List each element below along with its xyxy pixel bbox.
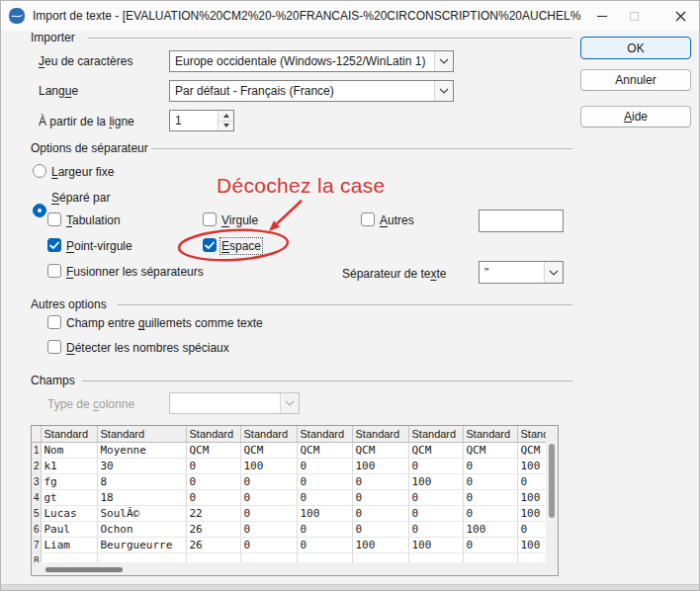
table-row[interactable]: 4gt18000000100 xyxy=(32,489,546,505)
other-separator-input[interactable] xyxy=(479,210,564,232)
vertical-scrollbar-thumb[interactable] xyxy=(549,444,555,518)
quoted-as-text-checkbox[interactable] xyxy=(47,315,61,329)
language-label: Langue xyxy=(39,84,78,98)
vertical-scrollbar[interactable] xyxy=(546,426,558,563)
fields-group-line xyxy=(82,380,572,381)
ok-button[interactable]: OK xyxy=(580,37,691,59)
other-checkbox[interactable] xyxy=(361,212,375,226)
column-type-select xyxy=(169,392,300,414)
detect-special-label[interactable]: Détecter les nombres spéciaux xyxy=(66,341,229,355)
window-bottom-edge xyxy=(1,584,700,591)
separated-by-label[interactable]: Séparé par xyxy=(51,191,110,205)
from-row-stepper[interactable]: 1 xyxy=(169,110,234,131)
column-type-label: Type de colonne xyxy=(47,397,134,411)
table-row[interactable]: 3fg8000010000 xyxy=(32,473,546,489)
separator-group-line xyxy=(151,148,572,149)
chevron-down-icon[interactable] xyxy=(434,51,453,71)
separator-options-legend: Options de séparateur xyxy=(31,141,148,155)
close-icon[interactable] xyxy=(659,1,700,31)
table-row[interactable]: 8 xyxy=(32,552,546,562)
tab-label[interactable]: Tabulation xyxy=(66,213,121,227)
charset-label: Jeu de caractères xyxy=(39,54,132,68)
import-text-dialog: Import de texte - [EVALUATION%20CM2%20-%… xyxy=(0,0,700,591)
fields-legend: Champs xyxy=(31,374,75,387)
fixed-width-label[interactable]: Largeur fixe xyxy=(51,165,114,179)
merge-separators-checkbox[interactable] xyxy=(47,264,61,278)
comma-checkbox[interactable] xyxy=(203,212,217,226)
table-row[interactable]: 2k1300100010000100 xyxy=(32,458,546,473)
importer-group-line xyxy=(88,38,572,39)
cancel-button[interactable]: Annuler xyxy=(580,69,691,91)
table-row[interactable]: 1NomMoyenneQCMQCMQCMQCMQCMQCMQCM xyxy=(32,442,546,458)
quoted-as-text-label[interactable]: Champ entre guillemets comme texte xyxy=(66,316,263,330)
horizontal-scrollbar[interactable] xyxy=(32,563,546,575)
merge-separators-label[interactable]: Fusionner les séparateurs xyxy=(66,265,204,279)
semicolon-label[interactable]: Point-virgule xyxy=(66,239,132,253)
other-options-group-line xyxy=(118,304,572,305)
window-title: Import de texte - [EVALUATION%20CM2%20-%… xyxy=(33,9,581,23)
spin-down-icon[interactable] xyxy=(219,122,233,131)
detect-special-checkbox[interactable] xyxy=(47,340,61,354)
space-checkbox[interactable] xyxy=(203,238,217,252)
other-label[interactable]: Autres xyxy=(380,213,414,227)
chevron-down-icon xyxy=(280,393,299,413)
language-select[interactable]: Par défaut - Français (France) xyxy=(169,80,454,102)
comma-label[interactable]: Virgule xyxy=(221,213,258,227)
title-bar: Import de texte - [EVALUATION%20CM2%20-%… xyxy=(1,1,700,31)
text-separator-select[interactable]: " xyxy=(479,261,564,284)
charset-select[interactable]: Europe occidentale (Windows-1252/WinLati… xyxy=(169,50,454,72)
preview-table-frame: StandardStandardStandardStandardStandard… xyxy=(31,425,559,576)
chevron-down-icon[interactable] xyxy=(434,81,453,101)
chevron-down-icon[interactable] xyxy=(544,262,563,283)
spin-up-icon[interactable] xyxy=(219,111,233,122)
other-options-legend: Autres options xyxy=(31,297,107,311)
from-row-label: À partir de la ligne xyxy=(39,115,134,128)
annotation-text: Décochez la case xyxy=(217,174,386,198)
minimize-icon[interactable] xyxy=(584,1,620,31)
preview-table[interactable]: StandardStandardStandardStandardStandard… xyxy=(32,426,546,562)
fixed-width-radio[interactable] xyxy=(33,164,46,178)
table-row[interactable]: 7LiamBeurgueurre26001001000100 xyxy=(32,537,546,552)
text-separator-label: Séparateur de texte xyxy=(342,267,446,281)
semicolon-checkbox[interactable] xyxy=(47,238,61,252)
libreoffice-calc-logo-icon xyxy=(9,8,25,24)
tab-checkbox[interactable] xyxy=(47,212,61,226)
space-label[interactable]: Espace xyxy=(221,239,261,253)
help-button[interactable]: Aide xyxy=(580,106,691,127)
table-row[interactable]: 6PaulOchon2600001000 xyxy=(32,521,546,537)
importer-legend: Importer xyxy=(31,31,75,44)
table-row[interactable]: 5LucasSoulÃ©220100000100 xyxy=(32,505,546,521)
horizontal-scrollbar-thumb[interactable] xyxy=(45,567,123,572)
separated-by-radio[interactable] xyxy=(33,204,46,217)
maximize-icon xyxy=(616,1,652,31)
